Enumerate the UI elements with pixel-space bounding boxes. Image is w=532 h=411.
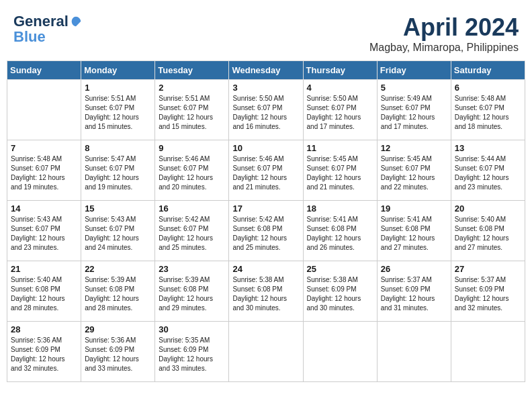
calendar-cell: 24Sunrise: 5:38 AMSunset: 6:08 PMDayligh… (229, 261, 303, 322)
sunset-info: Sunset: 6:07 PM (85, 165, 134, 172)
sunrise-info: Sunrise: 5:37 AM (381, 276, 432, 283)
sunrise-info: Sunrise: 5:40 AM (11, 276, 62, 283)
daylight-minutes: and 32 minutes. (455, 304, 502, 312)
daylight-minutes: and 30 minutes. (232, 304, 280, 312)
sunset-info: Sunset: 6:07 PM (455, 165, 504, 172)
location-title: Magbay, Mimaropa, Philippines (369, 42, 519, 54)
sunrise-info: Sunrise: 5:45 AM (381, 155, 432, 163)
day-number: 17 (232, 203, 299, 214)
day-info: Sunrise: 5:49 AMSunset: 6:07 PMDaylight:… (381, 94, 447, 132)
daylight-hours: Daylight: 12 hours (381, 234, 435, 242)
sunset-info: Sunset: 6:09 PM (85, 346, 134, 353)
day-info: Sunrise: 5:45 AMSunset: 6:07 PMDaylight:… (307, 154, 373, 192)
page-header: General Blue April 2024 Magbay, Mimaropa… (7, 7, 525, 57)
sunrise-info: Sunrise: 5:50 AM (307, 95, 358, 102)
daylight-minutes: and 31 minutes. (381, 304, 429, 312)
day-number: 9 (159, 143, 225, 153)
sunrise-info: Sunrise: 5:46 AM (232, 155, 283, 163)
day-number: 1 (85, 83, 151, 93)
day-number: 29 (85, 324, 151, 334)
day-number: 4 (307, 83, 373, 93)
calendar-cell (377, 322, 451, 382)
daylight-hours: Daylight: 12 hours (307, 295, 361, 302)
day-number: 30 (159, 324, 225, 334)
sunset-info: Sunset: 6:08 PM (11, 285, 60, 293)
daylight-hours: Daylight: 12 hours (307, 113, 361, 121)
day-number: 22 (85, 264, 151, 274)
day-number: 7 (11, 143, 77, 153)
sunrise-info: Sunrise: 5:35 AM (159, 336, 210, 344)
day-info: Sunrise: 5:51 AMSunset: 6:07 PMDaylight:… (85, 94, 151, 132)
sunrise-info: Sunrise: 5:38 AM (307, 276, 358, 283)
daylight-hours: Daylight: 12 hours (85, 355, 139, 363)
calendar-table: SundayMondayTuesdayWednesdayThursdayFrid… (7, 60, 525, 382)
calendar-cell: 4Sunrise: 5:50 AMSunset: 6:07 PMDaylight… (303, 80, 377, 140)
sunrise-info: Sunrise: 5:40 AM (455, 216, 506, 223)
daylight-minutes: and 17 minutes. (381, 123, 429, 130)
day-info: Sunrise: 5:43 AMSunset: 6:07 PMDaylight:… (11, 215, 77, 253)
calendar-week-row: 1Sunrise: 5:51 AMSunset: 6:07 PMDaylight… (7, 80, 525, 140)
daylight-hours: Daylight: 12 hours (455, 295, 509, 302)
day-info: Sunrise: 5:39 AMSunset: 6:08 PMDaylight:… (159, 275, 225, 313)
logo-text: General (13, 13, 69, 30)
sunset-info: Sunset: 6:07 PM (232, 104, 282, 111)
day-number: 15 (85, 203, 151, 214)
sunrise-info: Sunrise: 5:45 AM (307, 155, 358, 163)
daylight-hours: Daylight: 12 hours (381, 295, 435, 302)
day-of-week-header: Monday (81, 61, 155, 80)
day-info: Sunrise: 5:40 AMSunset: 6:08 PMDaylight:… (11, 275, 77, 313)
calendar-cell: 6Sunrise: 5:48 AMSunset: 6:07 PMDaylight… (451, 80, 525, 140)
day-number: 14 (11, 203, 77, 214)
sunrise-info: Sunrise: 5:41 AM (381, 216, 432, 223)
day-info: Sunrise: 5:39 AMSunset: 6:08 PMDaylight:… (85, 275, 151, 313)
daylight-minutes: and 28 minutes. (11, 304, 58, 312)
sunrise-info: Sunrise: 5:48 AM (11, 155, 62, 163)
day-info: Sunrise: 5:42 AMSunset: 6:07 PMDaylight:… (159, 215, 225, 253)
day-info: Sunrise: 5:36 AMSunset: 6:09 PMDaylight:… (11, 336, 77, 373)
daylight-minutes: and 19 minutes. (11, 183, 58, 191)
day-info: Sunrise: 5:36 AMSunset: 6:09 PMDaylight:… (85, 336, 151, 373)
day-info: Sunrise: 5:50 AMSunset: 6:07 PMDaylight:… (307, 94, 373, 132)
day-of-week-header: Thursday (303, 61, 377, 80)
day-number: 28 (11, 324, 77, 334)
sunset-info: Sunset: 6:09 PM (381, 285, 431, 293)
sunrise-info: Sunrise: 5:43 AM (11, 216, 62, 223)
day-info: Sunrise: 5:41 AMSunset: 6:08 PMDaylight:… (381, 215, 447, 253)
calendar-week-row: 21Sunrise: 5:40 AMSunset: 6:08 PMDayligh… (7, 261, 525, 322)
daylight-minutes: and 33 minutes. (85, 365, 132, 372)
daylight-hours: Daylight: 12 hours (85, 234, 139, 242)
sunset-info: Sunset: 6:07 PM (11, 225, 60, 232)
calendar-cell: 15Sunrise: 5:43 AMSunset: 6:07 PMDayligh… (81, 201, 155, 261)
day-info: Sunrise: 5:51 AMSunset: 6:07 PMDaylight:… (159, 94, 225, 132)
month-title: April 2024 (369, 13, 519, 42)
day-number: 10 (232, 143, 299, 153)
daylight-hours: Daylight: 12 hours (159, 113, 213, 121)
daylight-hours: Daylight: 12 hours (455, 113, 509, 121)
sunset-info: Sunset: 6:08 PM (307, 225, 357, 232)
day-number: 2 (159, 83, 225, 93)
daylight-minutes: and 25 minutes. (232, 244, 280, 251)
daylight-hours: Daylight: 12 hours (381, 113, 435, 121)
calendar-cell: 14Sunrise: 5:43 AMSunset: 6:07 PMDayligh… (7, 201, 81, 261)
daylight-minutes: and 28 minutes. (85, 304, 132, 312)
calendar-cell: 30Sunrise: 5:35 AMSunset: 6:09 PMDayligh… (155, 322, 229, 382)
calendar-cell (7, 80, 81, 140)
sunset-info: Sunset: 6:07 PM (381, 104, 431, 111)
calendar-cell: 7Sunrise: 5:48 AMSunset: 6:07 PMDaylight… (7, 140, 81, 201)
daylight-hours: Daylight: 12 hours (232, 234, 287, 242)
calendar-week-row: 14Sunrise: 5:43 AMSunset: 6:07 PMDayligh… (7, 201, 525, 261)
calendar-cell: 3Sunrise: 5:50 AMSunset: 6:07 PMDaylight… (229, 80, 303, 140)
daylight-minutes: and 26 minutes. (307, 244, 355, 251)
sunset-info: Sunset: 6:09 PM (307, 285, 357, 293)
day-info: Sunrise: 5:41 AMSunset: 6:08 PMDaylight:… (307, 215, 373, 253)
sunset-info: Sunset: 6:07 PM (307, 165, 357, 172)
calendar-cell: 20Sunrise: 5:40 AMSunset: 6:08 PMDayligh… (451, 201, 525, 261)
daylight-hours: Daylight: 12 hours (11, 174, 65, 181)
daylight-minutes: and 15 minutes. (159, 123, 206, 130)
daylight-minutes: and 18 minutes. (455, 123, 502, 130)
sunset-info: Sunset: 6:08 PM (85, 285, 134, 293)
calendar-cell (451, 322, 525, 382)
day-number: 19 (381, 203, 447, 214)
day-info: Sunrise: 5:44 AMSunset: 6:07 PMDaylight:… (455, 154, 521, 192)
sunrise-info: Sunrise: 5:42 AM (232, 216, 283, 223)
